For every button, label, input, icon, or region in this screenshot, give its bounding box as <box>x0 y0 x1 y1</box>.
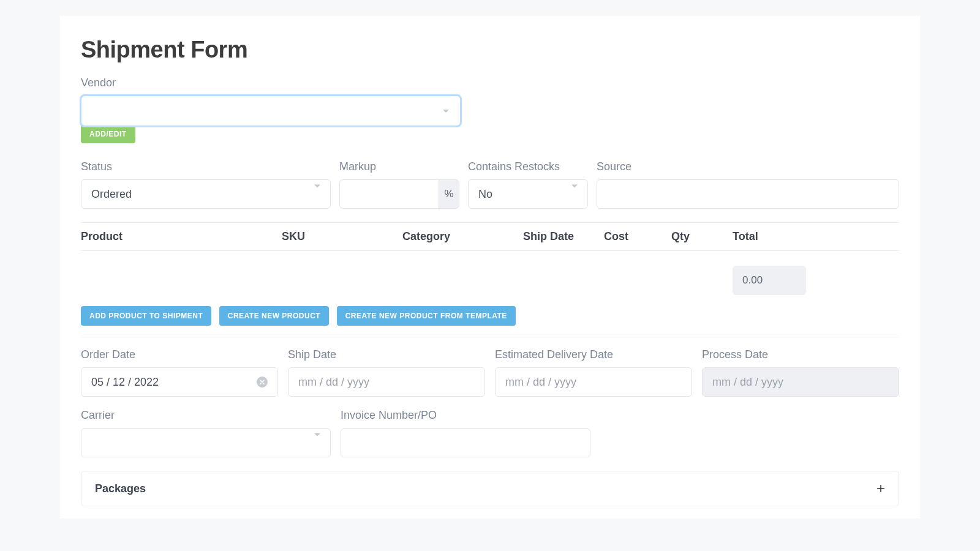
add-edit-vendor-button[interactable]: ADD/EDIT <box>81 125 135 143</box>
carrier-field: Carrier <box>81 409 331 457</box>
status-label: Status <box>81 160 331 173</box>
ship-date-placeholder: mm / dd / yyyy <box>298 376 369 389</box>
close-icon <box>260 380 265 384</box>
ship-date-label: Ship Date <box>288 348 485 361</box>
vendor-select[interactable] <box>81 96 461 126</box>
status-field: Status Ordered <box>81 160 331 209</box>
dates-row: Order Date 05 / 12 / 2022 Ship Date mm /… <box>81 348 899 397</box>
ship-date-input[interactable]: mm / dd / yyyy <box>288 367 485 397</box>
col-cost: Cost <box>604 230 671 243</box>
contains-restocks-select[interactable]: No <box>468 179 588 209</box>
page-title: Shipment Form <box>81 37 899 63</box>
products-total-row: 0.00 <box>81 260 899 306</box>
source-input[interactable] <box>597 179 899 209</box>
contains-restocks-label: Contains Restocks <box>468 160 588 173</box>
order-date-input[interactable]: 05 / 12 / 2022 <box>81 367 278 397</box>
edd-placeholder: mm / dd / yyyy <box>505 376 576 389</box>
edd-field: Estimated Delivery Date mm / dd / yyyy <box>495 348 692 397</box>
shipment-form-card: Shipment Form Vendor ADD/EDIT Status Ord… <box>60 16 920 519</box>
contains-restocks-value: No <box>478 188 492 201</box>
invoice-input[interactable] <box>341 428 590 457</box>
process-date-label: Process Date <box>702 348 899 361</box>
markup-field: Markup % <box>339 160 459 209</box>
col-ship-date: Ship Date <box>523 230 604 243</box>
markup-label: Markup <box>339 160 459 173</box>
order-date-field: Order Date 05 / 12 / 2022 <box>81 348 278 397</box>
source-field: Source <box>597 160 899 209</box>
products-total-value: 0.00 <box>733 266 806 295</box>
carrier-row: Carrier Invoice Number/PO <box>81 409 899 457</box>
ship-date-field: Ship Date mm / dd / yyyy <box>288 348 485 397</box>
create-new-product-button[interactable]: CREATE NEW PRODUCT <box>219 306 329 326</box>
process-date-field: Process Date mm / dd / yyyy <box>702 348 899 397</box>
order-date-label: Order Date <box>81 348 278 361</box>
col-sku: SKU <box>282 230 402 243</box>
col-product: Product <box>81 230 282 243</box>
invoice-label: Invoice Number/PO <box>341 409 590 422</box>
carrier-select[interactable] <box>81 428 331 457</box>
contains-restocks-field: Contains Restocks No <box>468 160 588 209</box>
vendor-label: Vendor <box>81 77 899 89</box>
chevron-down-icon <box>314 433 320 449</box>
process-date-placeholder: mm / dd / yyyy <box>712 376 783 389</box>
clear-icon[interactable] <box>257 377 268 388</box>
plus-icon[interactable]: + <box>876 481 885 496</box>
edd-label: Estimated Delivery Date <box>495 348 692 361</box>
add-product-to-shipment-button[interactable]: ADD PRODUCT TO SHIPMENT <box>81 306 211 326</box>
packages-title: Packages <box>95 482 146 495</box>
create-new-product-from-template-button[interactable]: CREATE NEW PRODUCT FROM TEMPLATE <box>337 306 516 326</box>
chevron-down-icon <box>443 110 449 113</box>
carrier-label: Carrier <box>81 409 331 422</box>
invoice-text-input[interactable] <box>351 437 580 449</box>
vendor-block: Vendor ADD/EDIT <box>81 77 899 143</box>
col-qty: Qty <box>671 230 733 243</box>
source-label: Source <box>597 160 899 173</box>
status-select[interactable]: Ordered <box>81 179 331 209</box>
product-actions: ADD PRODUCT TO SHIPMENT CREATE NEW PRODU… <box>81 306 899 326</box>
chevron-down-icon <box>571 185 578 200</box>
process-date-input: mm / dd / yyyy <box>702 367 899 397</box>
products-table-header: Product SKU Category Ship Date Cost Qty … <box>81 223 899 250</box>
chevron-down-icon <box>314 185 320 200</box>
markup-input[interactable] <box>339 179 439 209</box>
source-text-input[interactable] <box>607 188 889 201</box>
col-category: Category <box>402 230 523 243</box>
markup-suffix: % <box>439 179 459 209</box>
invoice-field: Invoice Number/PO <box>341 409 590 457</box>
status-value: Ordered <box>91 188 132 201</box>
products-table: Product SKU Category Ship Date Cost Qty … <box>81 222 899 251</box>
packages-panel[interactable]: Packages + <box>81 471 899 506</box>
order-date-value: 05 / 12 / 2022 <box>91 376 159 389</box>
edd-input[interactable]: mm / dd / yyyy <box>495 367 692 397</box>
col-total: Total <box>733 230 849 243</box>
status-row: Status Ordered Markup % Contains Restock… <box>81 160 899 209</box>
divider <box>81 337 899 337</box>
